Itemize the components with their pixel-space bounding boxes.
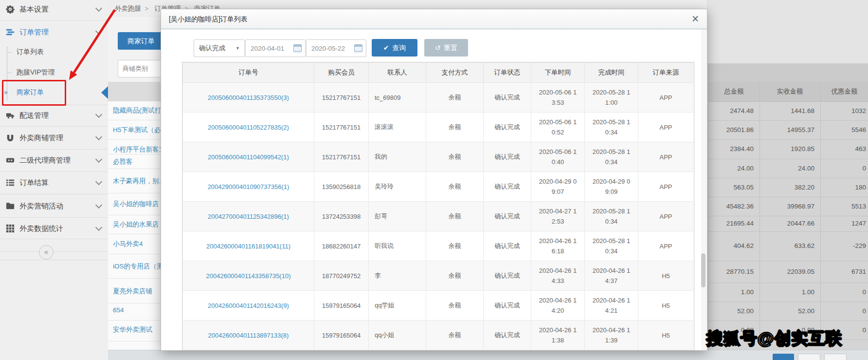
pagination-next-page[interactable]	[798, 354, 820, 360]
sidebar-subitem-merchant-orders[interactable]: » 商家订单	[0, 85, 108, 100]
shop-link[interactable]: 隐藏商品(测试打	[113, 106, 161, 115]
table-row: 200427000401125342896(1)13724253398彭哥余额确…	[183, 202, 694, 231]
date-to-input[interactable]: 2020-05-22	[306, 39, 366, 57]
summary-header: 实收金额	[760, 82, 820, 102]
chevron-down-icon	[95, 28, 102, 35]
sidebar-item-delivery-management[interactable]: 配送管理	[0, 107, 108, 124]
sidebar-item-basic-settings[interactable]: 基本设置	[0, 1, 108, 18]
row-divider	[108, 254, 163, 254]
divider	[0, 105, 108, 105]
calendar-icon[interactable]	[293, 44, 302, 52]
row-divider	[108, 341, 163, 341]
pagination-last-page[interactable]	[824, 354, 847, 360]
order-status-select[interactable]: 确认完成 ▼	[194, 39, 245, 57]
table-cell: 余额	[426, 321, 484, 350]
sidebar-subitem-order-list[interactable]: 订单列表	[0, 45, 108, 59]
summary-cell: 5546	[820, 120, 866, 139]
order-number-link[interactable]: 200426000401143358735(10)	[206, 272, 291, 280]
table-cell: 我的	[369, 142, 426, 172]
sidebar-item-order-management[interactable]: 订单管理	[0, 24, 108, 40]
summary-cell: -229	[820, 231, 866, 261]
sidebar-collapse-button[interactable]: «	[39, 245, 54, 260]
table-cell: H5	[638, 321, 694, 350]
truck-icon	[6, 111, 15, 120]
sidebar-item-takeout-statistics[interactable]: 外卖数据统计	[0, 220, 108, 237]
row-divider	[108, 320, 163, 321]
summary-cell: 1.00	[708, 283, 754, 302]
table-row: 200426000401143358735(10)18770249752李余额确…	[183, 261, 694, 291]
divider	[0, 251, 108, 252]
order-number-link[interactable]: 200506000401104099542(1)	[208, 153, 289, 161]
modal-scrollbar[interactable]	[701, 29, 706, 350]
divider	[0, 149, 108, 150]
merchant-orders-tab-button[interactable]: 商家订单	[118, 32, 164, 50]
shop-link[interactable]: 木子豪再用，别...	[113, 177, 163, 186]
table-cell: 确认完成	[484, 231, 531, 261]
date-from-input[interactable]: 2020-04-01	[245, 39, 306, 57]
check-icon: ✔	[383, 44, 389, 52]
table-row: 200506000401104099542(1)15217767151我的余额确…	[183, 142, 694, 172]
order-number-link[interactable]: 200426000401113897133(8)	[208, 332, 289, 339]
pagination-current-page[interactable]	[773, 354, 794, 360]
table-cell: 确认完成	[484, 350, 531, 351]
reset-button[interactable]: ↺重置	[424, 39, 468, 57]
table-cell: 2020-04-26 14:21	[585, 291, 638, 321]
order-number-link[interactable]: 200506000401135373550(3)	[208, 94, 289, 101]
sidebar-subitem-errand-vip[interactable]: 跑腿VIP管理	[0, 65, 108, 80]
shop-link[interactable]: iOS的专用店（测	[113, 262, 163, 271]
table-cell: H5	[638, 261, 694, 291]
order-number-link[interactable]: 200429000401090737356(1)	[208, 183, 289, 190]
summary-cell: 24.00	[708, 159, 754, 178]
table-row: 200426000401113897133(8)15979165064qq小姐余…	[183, 321, 694, 350]
table-cell: 18682260147	[314, 231, 369, 261]
shop-link[interactable]: 安华外卖测试	[113, 325, 152, 334]
tree-dash	[7, 73, 11, 73]
chevron-down-icon	[95, 224, 102, 231]
order-number-link[interactable]: 200426000401142016243(9)	[208, 302, 289, 309]
sidebar-item-order-settlement[interactable]: 订单结算	[0, 174, 108, 191]
shop-link[interactable]: 夏亮外卖店铺	[113, 287, 152, 296]
sidebar-item-takeout-marketing[interactable]: 外卖营销活动	[0, 198, 108, 214]
summary-cell: 0	[820, 283, 866, 302]
table-cell: 余额	[426, 113, 484, 142]
scrollbar-thumb[interactable]	[701, 253, 705, 287]
shop-link[interactable]: H5下单测试（必	[113, 126, 161, 134]
breadcrumb-item-takeout[interactable]: 外卖跑腿	[115, 5, 141, 12]
table-cell: H5	[638, 291, 694, 321]
shop-link[interactable]: 654	[113, 306, 124, 314]
double-chevron-icon: »	[4, 88, 8, 96]
table-cell: 余额	[426, 142, 484, 172]
shop-link[interactable]: 小程序平台新客立	[113, 145, 163, 154]
order-table-header: 购买会员	[314, 63, 369, 83]
summary-cell: 2474.48	[708, 101, 754, 120]
table-cell: 2020-05-06 10:40	[531, 142, 585, 172]
table-cell: 余额	[426, 261, 484, 291]
close-icon[interactable]: ×	[688, 11, 703, 26]
chevron-down-icon	[95, 111, 102, 118]
sidebar-item-takeout-shop-management[interactable]: 外卖商铺管理	[0, 130, 108, 146]
table-cell: 确认完成	[484, 113, 531, 142]
sidebar: 基本设置 订单管理 订单列表 跑腿VIP管理 » 商家订单 配送管理 外卖商铺管…	[0, 0, 108, 360]
shop-link[interactable]: 吴小姐的咖啡店	[113, 200, 159, 208]
divider	[0, 20, 108, 20]
order-table-header: 完成时间	[585, 63, 638, 83]
order-number-cell: 200426000401143358735(10)	[183, 261, 314, 291]
shop-link[interactable]: 必胜客	[113, 157, 133, 166]
table-cell: H5	[638, 350, 694, 351]
calendar-icon[interactable]	[354, 44, 362, 52]
order-number-link[interactable]: 200506000401105227835(2)	[208, 124, 289, 131]
sidebar-item-secondary-agent-management[interactable]: 二级代理商管理	[0, 152, 108, 169]
shop-link[interactable]: 吴小姐的水果店	[113, 220, 159, 229]
row-divider	[108, 303, 163, 303]
search-button[interactable]: ✔查询	[372, 39, 417, 57]
watermark: 搜狐号@创实互联	[706, 327, 842, 350]
order-number-link[interactable]: 200426000401161819041(11)	[206, 243, 290, 250]
table-cell: APP	[638, 83, 694, 113]
table-cell: APP	[638, 202, 694, 231]
table-cell: 2020-04-26 11:39	[585, 321, 638, 350]
order-number-link[interactable]: 200427000401125342896(1)	[208, 213, 289, 220]
table-cell: 确认完成	[484, 261, 531, 291]
shop-link[interactable]: 小马外卖4	[113, 240, 143, 248]
summary-cell: 563.05	[708, 178, 754, 197]
row-divider	[108, 139, 163, 140]
